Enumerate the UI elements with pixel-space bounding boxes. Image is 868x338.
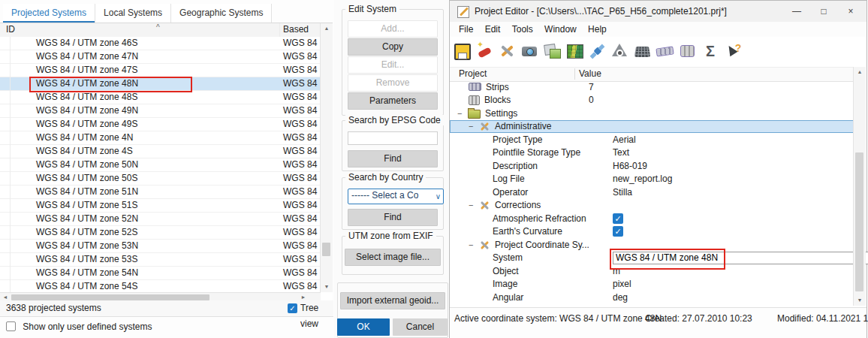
menu-item[interactable]: Window bbox=[544, 22, 577, 37]
tree-row[interactable]: Object m bbox=[450, 264, 854, 278]
column-header-id[interactable]: ID bbox=[6, 24, 15, 35]
scroll-down-icon[interactable]: ▼ bbox=[321, 282, 333, 292]
tree-row[interactable]: − Settings bbox=[450, 107, 854, 120]
table-row[interactable]: WGS 84 / UTM zone 51S WGS 84 bbox=[0, 199, 321, 213]
tools-icon[interactable] bbox=[499, 42, 517, 60]
triangulation-icon[interactable] bbox=[611, 42, 629, 60]
country-select[interactable]: ------ Select a Co ∨ bbox=[348, 189, 444, 204]
tree-row-value-cell: Stilla bbox=[613, 186, 854, 199]
tab-systems[interactable]: Projected Systems bbox=[3, 4, 95, 23]
table-row[interactable]: WGS 84 / UTM zone 54N WGS 84 bbox=[0, 267, 321, 280]
camera-icon[interactable] bbox=[521, 42, 539, 60]
country-find-button[interactable]: Find bbox=[348, 209, 438, 226]
table-row[interactable]: WGS 84 / UTM zone 49S WGS 84 bbox=[0, 118, 321, 131]
tree-row[interactable]: Atmospheric Refraction ✓ bbox=[450, 212, 854, 225]
collapse-expander-icon[interactable]: − bbox=[469, 122, 479, 131]
value-checkbox[interactable]: ✓ bbox=[613, 226, 623, 237]
scroll-up-icon[interactable]: ▲ bbox=[321, 23, 333, 34]
table-row[interactable]: WGS 84 / UTM zone 46S WGS 84 bbox=[0, 37, 321, 50]
table-row[interactable]: WGS 84 / UTM zone 52S WGS 84 bbox=[0, 226, 321, 240]
column-header-project[interactable]: Project bbox=[459, 68, 487, 80]
table-row[interactable]: WGS 84 / UTM zone 48S WGS 84 bbox=[0, 91, 321, 104]
menu-item[interactable]: Help bbox=[588, 22, 607, 37]
collapse-expander-icon[interactable]: − bbox=[469, 240, 479, 249]
vertical-scrollbar[interactable]: ▲ ▼ bbox=[853, 67, 866, 306]
tree-row[interactable]: Pointfile Storage Type Text bbox=[450, 146, 854, 160]
mesh-icon[interactable] bbox=[634, 42, 652, 60]
scrollbar-thumb[interactable] bbox=[855, 152, 863, 291]
sigma-icon[interactable]: Σ bbox=[701, 42, 719, 60]
tree-row[interactable]: Project Type Aerial bbox=[450, 133, 854, 146]
select-image-file-button[interactable]: Select image file... bbox=[345, 249, 441, 266]
scroll-down-icon[interactable]: ▼ bbox=[854, 295, 866, 306]
show-only-user-defined-checkbox[interactable] bbox=[6, 321, 16, 331]
maximize-button[interactable]: □ bbox=[811, 1, 836, 22]
edit-system-button[interactable]: Remove bbox=[348, 74, 438, 92]
tree-row[interactable]: Operator Stilla bbox=[450, 186, 854, 199]
table-row[interactable]: WGS 84 / UTM zone 50S WGS 84 bbox=[0, 172, 321, 186]
title-bar[interactable]: Project Editor - [C:\Users\...\TAC_P65_H… bbox=[450, 1, 866, 22]
table-row[interactable]: WGS 84 / UTM zone 49N WGS 84 bbox=[0, 104, 321, 118]
column-separator[interactable] bbox=[574, 68, 575, 80]
column-header-value[interactable]: Value bbox=[579, 68, 601, 80]
edit-system-button[interactable]: Copy bbox=[348, 38, 438, 56]
table-row[interactable]: WGS 84 / UTM zone 52N WGS 84 bbox=[0, 213, 321, 226]
cancel-button[interactable]: Cancel bbox=[393, 318, 448, 336]
tree-row[interactable]: Log File new_report.log bbox=[450, 173, 854, 186]
tree-row[interactable]: Angular deg bbox=[450, 291, 854, 304]
blocks-icon[interactable] bbox=[679, 42, 697, 60]
tree-view-checkbox[interactable]: ✓ bbox=[288, 303, 297, 313]
scrollbar-rail[interactable] bbox=[321, 34, 333, 282]
tab-systems[interactable]: Geographic Systems bbox=[171, 4, 272, 23]
ok-button[interactable]: OK bbox=[337, 318, 390, 336]
table-row[interactable]: WGS 84 / UTM zone 53S WGS 84 bbox=[0, 253, 321, 267]
save-icon[interactable] bbox=[454, 42, 472, 60]
menu-item[interactable]: Tools bbox=[512, 22, 533, 37]
vertical-scrollbar[interactable]: ▲ ▼ bbox=[320, 23, 333, 292]
table-row[interactable]: WGS 84 / UTM zone 51N WGS 84 bbox=[0, 186, 321, 199]
scrollbar-thumb[interactable] bbox=[322, 243, 330, 256]
magic-tool-icon[interactable] bbox=[476, 42, 494, 60]
table-header[interactable]: ID ^ Based on bbox=[0, 23, 321, 38]
table-row[interactable]: WGS 84 / UTM zone 50N WGS 84 bbox=[0, 158, 321, 172]
menu-item[interactable]: File bbox=[459, 22, 473, 37]
help-pointer-icon[interactable]: ? bbox=[724, 42, 742, 60]
edit-system-button[interactable]: Edit... bbox=[348, 56, 438, 74]
table-row[interactable]: WGS 84 / UTM zone 4N WGS 84 bbox=[0, 131, 321, 145]
epsg-find-button[interactable]: Find bbox=[348, 150, 438, 167]
tree-row[interactable]: Earth's Curvature ✓ bbox=[450, 225, 854, 239]
collapse-expander-icon[interactable]: − bbox=[469, 201, 479, 210]
scrollbar-thumb[interactable] bbox=[11, 294, 209, 300]
satellite-icon[interactable] bbox=[589, 42, 607, 60]
table-row[interactable]: WGS 84 / UTM zone 48N WGS 84 bbox=[0, 77, 321, 91]
tree-row[interactable]: Description H68-019 bbox=[450, 159, 854, 173]
strips-icon[interactable] bbox=[656, 42, 674, 60]
minimize-button[interactable]: — bbox=[784, 1, 809, 22]
epsg-code-input[interactable] bbox=[348, 131, 438, 145]
table-row[interactable]: WGS 84 / UTM zone 47S WGS 84 bbox=[0, 64, 321, 77]
tree-row[interactable]: − Administrative bbox=[450, 120, 854, 134]
table-row[interactable]: WGS 84 / UTM zone 47N WGS 84 bbox=[0, 50, 321, 64]
table-row[interactable]: WGS 84 / UTM zone 53N WGS 84 bbox=[0, 240, 321, 253]
table-row[interactable]: WGS 84 / UTM zone 4S WGS 84 bbox=[0, 145, 321, 158]
images-icon[interactable] bbox=[544, 42, 562, 60]
edit-system-button[interactable]: Add... bbox=[348, 20, 438, 38]
scroll-up-icon[interactable]: ▲ bbox=[854, 67, 866, 77]
tree-row[interactable]: Strips 7 bbox=[450, 80, 854, 94]
system-value-input[interactable] bbox=[613, 252, 868, 264]
tree-row[interactable]: − Corrections bbox=[450, 199, 854, 213]
menu-item[interactable]: Edit bbox=[485, 22, 501, 37]
tree-row[interactable]: Blocks 0 bbox=[450, 94, 854, 107]
import-external-geoid-button[interactable]: Import external geoid... bbox=[340, 292, 445, 309]
tree-row[interactable]: System bbox=[450, 252, 854, 265]
collapse-expander-icon[interactable]: − bbox=[457, 109, 468, 118]
scrollbar-rail[interactable] bbox=[854, 77, 866, 295]
tree-row-label: Atmospheric Refraction bbox=[493, 213, 586, 224]
tree-row[interactable]: − Project Coordinate Sy... bbox=[450, 238, 854, 252]
tree-row[interactable]: Image pixel bbox=[450, 278, 854, 291]
tab-systems[interactable]: Local Systems bbox=[95, 4, 171, 23]
value-checkbox[interactable]: ✓ bbox=[613, 213, 623, 224]
edit-system-button[interactable]: Parameters bbox=[348, 92, 438, 110]
raster-map-icon[interactable] bbox=[566, 42, 584, 60]
close-button[interactable]: × bbox=[838, 1, 863, 22]
